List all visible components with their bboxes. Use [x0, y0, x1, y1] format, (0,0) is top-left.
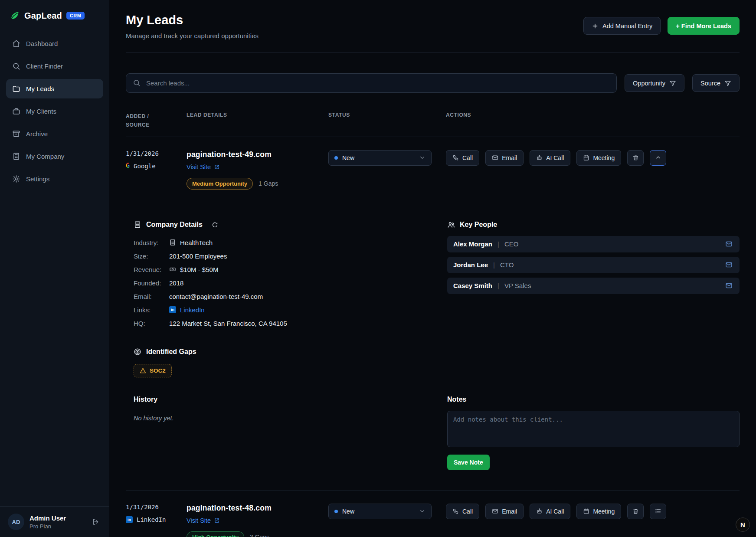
sidebar-item-client-finder[interactable]: Client Finder — [6, 56, 103, 76]
field-label: HQ: — [134, 320, 169, 327]
home-icon — [12, 39, 20, 48]
person-name: Casey Smith — [453, 282, 492, 289]
header-divider — [126, 52, 740, 53]
opportunity-badge: High Opportunity — [187, 531, 244, 537]
building-icon — [12, 152, 20, 160]
field-text: $10M - $50M — [180, 266, 218, 273]
person-role: CTO — [500, 261, 514, 268]
external-link-icon — [214, 517, 220, 524]
lead-domain: pagination-test-48.com — [187, 504, 328, 513]
column-header-actions: ACTIONS — [446, 112, 740, 118]
sidebar-item-settings[interactable]: Settings — [6, 169, 103, 189]
person-email-button[interactable] — [724, 281, 733, 290]
target-icon — [134, 348, 141, 356]
company-details-title-row: Company Details — [134, 221, 435, 229]
ai-call-label: AI Call — [546, 508, 564, 515]
status-value: New — [342, 508, 354, 515]
search-icon — [133, 79, 141, 87]
lead-source-cell: 1/31/2026 G Google — [126, 150, 187, 170]
add-manual-entry-button[interactable]: Add Manual Entry — [583, 17, 661, 35]
source-filter-label: Source — [700, 80, 720, 87]
search-input[interactable] — [126, 73, 617, 93]
calendar-icon — [583, 508, 589, 514]
call-label: Call — [462, 154, 473, 161]
field-founded: Founded: 2018 — [134, 279, 435, 287]
gap-count: 3 Gaps — [250, 534, 269, 537]
source-filter-button[interactable]: Source — [692, 74, 740, 92]
field-text: 201-500 Employees — [169, 252, 227, 260]
lead-details-cell: pagination-test-49.com Visit Site Medium… — [187, 150, 328, 190]
field-label: Industry: — [134, 239, 169, 246]
sidebar-item-archive[interactable]: Archive — [6, 124, 103, 144]
person-email-button[interactable] — [724, 260, 733, 269]
history-empty-text: No history yet. — [134, 415, 435, 422]
lead-status-cell: New — [328, 504, 446, 519]
find-more-leads-button[interactable]: + Find More Leads — [668, 17, 740, 35]
sidebar-item-my-company[interactable]: My Company — [6, 147, 103, 166]
person-row: Casey Smith | VP Sales — [447, 278, 740, 294]
linkedin-icon: in — [126, 516, 133, 523]
linkedin-icon: in — [169, 306, 176, 313]
building-icon — [134, 221, 141, 229]
sidebar-item-my-clients[interactable]: My Clients — [6, 102, 103, 121]
lead-date: 1/31/2026 — [126, 504, 187, 511]
meeting-button[interactable]: Meeting — [576, 504, 621, 519]
filter-icon — [724, 80, 731, 87]
opportunity-filter-button[interactable]: Opportunity — [625, 74, 684, 92]
identified-gaps-title: Identified Gaps — [146, 348, 196, 356]
delete-button[interactable] — [627, 504, 644, 519]
trash-icon — [632, 508, 639, 514]
mail-icon — [725, 261, 733, 268]
table-row: 1/31/2026 G Google pagination-test-49.co… — [126, 137, 740, 202]
nextjs-dev-badge[interactable]: N — [736, 517, 750, 532]
email-button[interactable]: Email — [485, 150, 524, 166]
lead-status-cell: New — [328, 150, 446, 166]
status-select[interactable]: New — [328, 150, 432, 166]
visit-site-link[interactable]: Visit Site — [187, 164, 220, 170]
email-label: Email — [502, 508, 517, 515]
notes-textarea[interactable] — [447, 411, 740, 447]
email-label: Email — [502, 154, 517, 161]
opportunity-filter-label: Opportunity — [633, 80, 665, 87]
gap-badge-label: SOC2 — [150, 367, 166, 374]
refresh-button[interactable] — [211, 221, 219, 229]
mail-icon — [725, 282, 733, 289]
company-details-section: Company Details Industry: HealthTech — [134, 221, 435, 327]
collapse-row-button[interactable] — [650, 150, 666, 166]
delete-button[interactable] — [627, 150, 644, 166]
field-value: in LinkedIn — [169, 306, 205, 314]
linkedin-link[interactable]: LinkedIn — [180, 306, 205, 314]
logout-button[interactable] — [90, 516, 101, 527]
company-details-title: Company Details — [146, 221, 203, 229]
sidebar-item-dashboard[interactable]: Dashboard — [6, 34, 103, 53]
ai-call-button[interactable]: AI Call — [530, 150, 570, 166]
sidebar-item-my-leads[interactable]: My Leads — [6, 79, 103, 98]
ai-call-button[interactable]: AI Call — [530, 504, 570, 519]
field-value: HealthTech — [169, 239, 213, 246]
status-dot — [334, 156, 338, 160]
expand-row-button[interactable] — [650, 504, 666, 519]
chevron-down-icon — [419, 508, 425, 514]
main-content: My Leads Manage and track your captured … — [109, 0, 756, 537]
toolbar: Opportunity Source — [126, 73, 740, 93]
industry-icon — [169, 239, 176, 246]
person-email-button[interactable] — [724, 239, 733, 249]
call-button[interactable]: Call — [446, 504, 479, 519]
identified-gaps-section: Identified Gaps SOC2 — [134, 348, 740, 377]
sidebar-item-label: Archive — [26, 130, 48, 138]
sidebar-item-label: Settings — [26, 175, 49, 183]
call-button[interactable]: Call — [446, 150, 479, 166]
save-note-button[interactable]: Save Note — [447, 455, 490, 470]
status-select[interactable]: New — [328, 504, 432, 519]
field-revenue: Revenue: $10M - $50M — [134, 266, 435, 273]
sidebar-item-label: My Company — [26, 153, 64, 160]
visit-site-link[interactable]: Visit Site — [187, 517, 220, 524]
lead-actions-cell: Call Email AI Call Meeting — [446, 150, 740, 166]
field-text: 122 Market St, San Francisco, CA 94105 — [169, 320, 287, 327]
field-value: 2018 — [169, 279, 183, 287]
person-name: Alex Morgan — [453, 240, 492, 248]
email-button[interactable]: Email — [485, 504, 524, 519]
lead-actions-cell: Call Email AI Call Meeting — [446, 504, 740, 519]
chevron-up-icon — [655, 154, 661, 161]
meeting-button[interactable]: Meeting — [576, 150, 621, 166]
